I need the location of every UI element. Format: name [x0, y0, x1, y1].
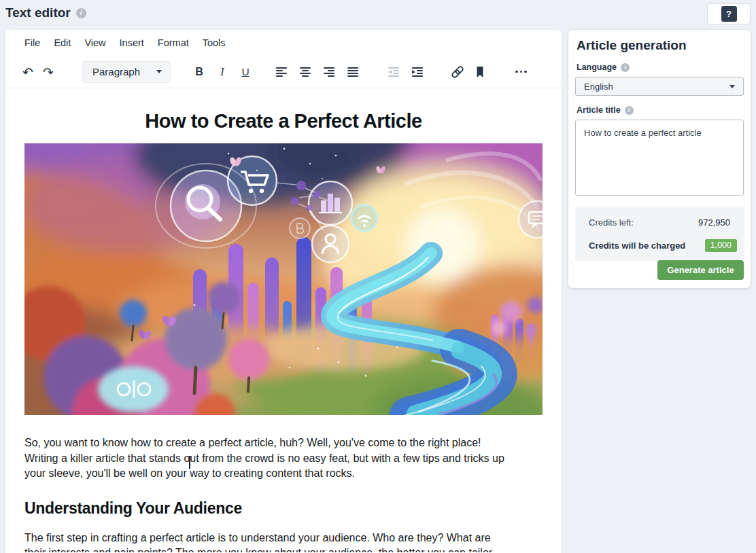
editor-content-area[interactable]: How to Create a Perfect Article	[5, 88, 562, 552]
generate-article-button[interactable]: Generate article	[657, 260, 744, 280]
menu-edit[interactable]: Edit	[47, 34, 78, 52]
align-left-button[interactable]	[269, 60, 293, 83]
language-select-value: English	[584, 82, 613, 92]
credits-left-label: Credits left:	[589, 217, 634, 228]
article-heading: How to Create a Perfect Article	[24, 107, 543, 135]
credits-left-row: Credits left: 972,950	[589, 215, 737, 230]
hero-illustration	[24, 143, 543, 415]
redo-icon: ↷	[43, 65, 54, 79]
align-left-icon	[276, 67, 287, 77]
undo-button[interactable]: ↶	[18, 60, 38, 83]
credits-charged-label: Credits will be charged	[589, 240, 685, 251]
article-title-label-text: Article title	[577, 105, 621, 115]
article-title-input[interactable]: How to create a perfect article	[575, 120, 744, 196]
sidebar-title: Article generation	[575, 38, 744, 53]
info-icon[interactable]: i	[76, 8, 86, 18]
align-center-icon	[300, 67, 311, 77]
align-right-icon	[324, 67, 334, 77]
paragraph-2-line-1: The first step in crafting a perfect art…	[24, 531, 543, 546]
language-label: Language i	[575, 63, 744, 72]
italic-button[interactable]: I	[211, 60, 234, 83]
paragraph-2-line-2: their interests and pain points? The mor…	[24, 546, 543, 552]
menu-view[interactable]: View	[78, 34, 112, 52]
link-icon	[449, 64, 466, 80]
text-cursor	[189, 456, 190, 469]
credits-left-value: 972,950	[698, 217, 737, 228]
paragraph-1-line-1: So, you want to know how to create a per…	[24, 435, 543, 451]
undo-icon: ↶	[22, 65, 33, 79]
help-button[interactable]: ?	[707, 3, 751, 24]
bookmark-icon	[472, 64, 488, 80]
menu-format[interactable]: Format	[151, 34, 196, 52]
editor-menubar: File Edit View Insert Format Tools	[5, 30, 562, 56]
language-info-icon[interactable]: i	[621, 63, 630, 72]
chevron-down-icon	[729, 85, 735, 88]
document[interactable]: How to Create a Perfect Article	[24, 88, 543, 552]
text-editor-panel: File Edit View Insert Format Tools ↶ ↷ P…	[5, 30, 562, 553]
bold-button[interactable]: B	[188, 60, 211, 83]
ellipsis-icon	[515, 71, 527, 73]
paragraph-1: So, you want to know how to create a per…	[24, 435, 543, 482]
indent-icon	[412, 67, 423, 77]
chevron-down-icon	[156, 70, 162, 73]
paragraph-2: The first step in crafting a perfect art…	[24, 531, 543, 552]
article-title-label: Article title i	[575, 105, 744, 115]
paragraph-format-select[interactable]: Paragraph	[82, 61, 171, 83]
credits-charged-row: Credits will be charged 1,000	[589, 238, 737, 253]
indent-button[interactable]	[405, 60, 429, 83]
section-heading: Understanding Your Audience	[24, 498, 543, 518]
credits-charged-badge: 1,000	[705, 239, 737, 252]
paragraph-1-line-3: your sleeve, you'll be well on your way …	[24, 466, 543, 482]
bookmark-button[interactable]	[468, 60, 491, 83]
menu-tools[interactable]: Tools	[196, 34, 233, 52]
more-options-button[interactable]	[510, 60, 532, 83]
underline-button[interactable]: U	[234, 60, 257, 83]
align-justify-button[interactable]	[341, 60, 364, 83]
editor-toolbar: ↶ ↷ Paragraph B I U	[5, 56, 562, 88]
align-justify-icon	[347, 67, 358, 77]
article-generation-panel: Article generation Language i English Ar…	[568, 30, 751, 288]
format-select-value: Paragraph	[92, 66, 140, 77]
language-label-text: Language	[577, 63, 617, 72]
language-select[interactable]: English	[575, 77, 744, 96]
menu-file[interactable]: File	[18, 34, 47, 52]
page-title: Text editor i	[5, 5, 86, 20]
page-title-text: Text editor	[5, 5, 71, 20]
article-hero-image[interactable]	[24, 143, 543, 415]
article-title-info-icon[interactable]: i	[625, 106, 634, 115]
menu-insert[interactable]: Insert	[113, 34, 151, 52]
outdent-button[interactable]	[381, 60, 405, 83]
paragraph-1-line-2: Writing a killer article that stands out…	[24, 451, 543, 467]
credits-box: Credits left: 972,950 Credits will be ch…	[575, 207, 744, 261]
redo-button[interactable]: ↷	[38, 60, 58, 83]
question-mark-icon: ?	[721, 6, 737, 22]
align-right-button[interactable]	[317, 60, 341, 83]
outdent-icon	[388, 67, 399, 77]
insert-link-button[interactable]	[446, 60, 468, 83]
align-center-button[interactable]	[293, 60, 317, 83]
